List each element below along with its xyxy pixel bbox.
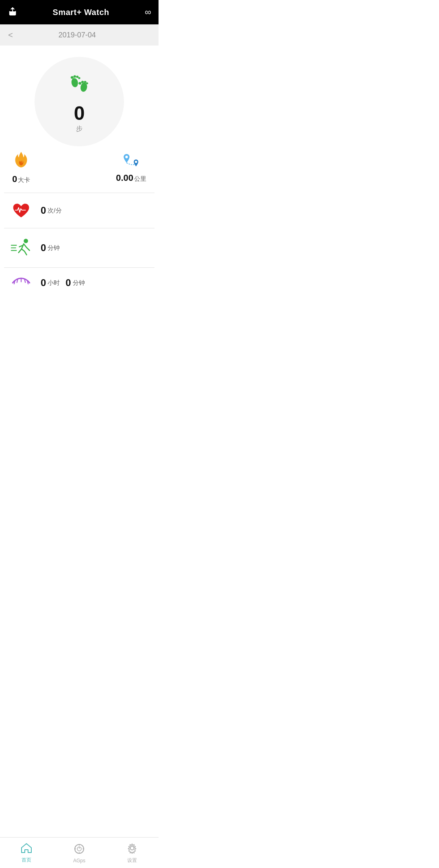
app-title: Smart+ Watch (53, 8, 109, 17)
sleep-minutes-unit: 分钟 (73, 279, 85, 287)
steps-value: 0 (74, 104, 85, 123)
calories-value: 0大卡 (12, 174, 30, 184)
sleep-icon (10, 277, 33, 289)
svg-point-3 (73, 75, 76, 78)
sleep-hours-unit: 小时 (48, 279, 60, 287)
flame-icon (12, 151, 30, 171)
sleep-minutes-value: 0 (65, 277, 71, 289)
calories-metric: 0大卡 (12, 151, 30, 184)
svg-point-12 (135, 161, 137, 163)
steps-unit: 步 (76, 125, 83, 133)
distance-icon (121, 152, 142, 170)
svg-point-11 (125, 156, 128, 158)
active-time-value: 0 (41, 242, 46, 254)
active-time-unit: 分钟 (48, 244, 60, 252)
steps-section: 0 步 0大卡 (0, 46, 159, 193)
heart-rate-unit: 次/分 (48, 207, 61, 215)
metrics-row: 0大卡 0.00公里 (8, 151, 150, 184)
distance-value: 0.00公里 (116, 173, 146, 183)
active-time-row: 0 分钟 (0, 228, 159, 267)
runner-icon (10, 237, 33, 258)
svg-point-1 (71, 77, 79, 87)
sleep-row: 0 小时 0 分钟 (0, 268, 159, 298)
footprint-icon (66, 70, 92, 101)
share-icon[interactable] (8, 7, 17, 17)
distance-metric: 0.00公里 (116, 152, 146, 183)
top-bar: Smart+ Watch ∞ (0, 0, 159, 24)
current-date: 2019-07-04 (17, 31, 137, 39)
connect-icon: ∞ (145, 7, 150, 17)
back-button[interactable]: < (8, 30, 13, 40)
heart-rate-icon (10, 202, 33, 219)
heart-rate-value: 0 (41, 205, 46, 216)
date-bar: < 2019-07-04 (0, 24, 159, 46)
heart-rate-row: 0 次/分 (0, 193, 159, 228)
sleep-hours-value: 0 (41, 277, 46, 289)
svg-point-16 (24, 239, 28, 243)
svg-point-7 (78, 82, 81, 85)
steps-circle: 0 步 (35, 57, 124, 146)
